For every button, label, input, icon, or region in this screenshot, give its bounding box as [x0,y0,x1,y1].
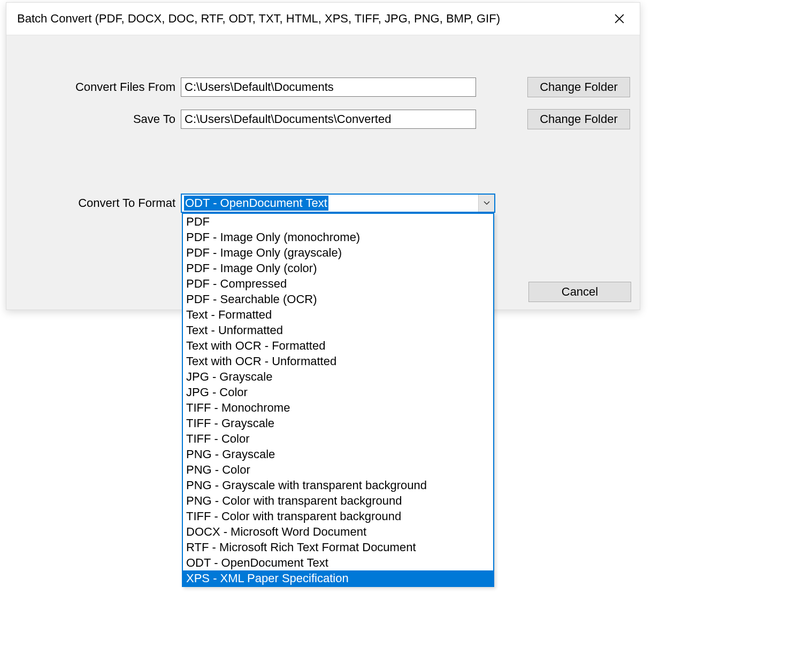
label-save-to: Save To [6,112,181,126]
close-button[interactable] [608,7,631,30]
label-convert-from: Convert Files From [6,80,181,94]
dialog-title: Batch Convert (PDF, DOCX, DOC, RTF, ODT,… [17,12,500,26]
change-folder-saveto-button[interactable]: Change Folder [527,109,630,129]
format-option[interactable]: Text with OCR - Unformatted [183,353,493,369]
section-gap [6,141,640,194]
row-save-to: Save To Change Folder [6,109,640,129]
format-option[interactable]: PNG - Color [183,462,493,477]
format-option[interactable]: RTF - Microsoft Rich Text Format Documen… [183,539,493,555]
format-option[interactable]: JPG - Grayscale [183,369,493,384]
format-option[interactable]: TIFF - Color [183,431,493,446]
format-combo-arrow[interactable] [478,195,494,212]
chevron-down-icon [484,201,490,205]
format-option[interactable]: Text - Unformatted [183,322,493,338]
format-dropdown-list[interactable]: PDFPDF - Image Only (monochrome)PDF - Im… [182,213,494,587]
format-option[interactable]: PNG - Color with transparent background [183,493,493,508]
format-combobox[interactable]: ODT - OpenDocument Text [181,194,495,213]
close-icon [615,14,624,24]
dialog-footer: Cancel [528,282,631,302]
format-option[interactable]: PDF - Image Only (monochrome) [183,229,493,245]
format-option[interactable]: PDF - Compressed [183,276,493,291]
dialog-body: Convert Files From Change Folder Save To… [6,35,640,310]
label-convert-format: Convert To Format [6,196,181,210]
format-option[interactable]: TIFF - Monochrome [183,400,493,415]
format-combo-wrap: ODT - OpenDocument Text PDFPDF - Image O… [181,194,495,213]
format-option[interactable]: Text - Formatted [183,307,493,322]
batch-convert-dialog: Batch Convert (PDF, DOCX, DOC, RTF, ODT,… [6,2,640,310]
format-option[interactable]: JPG - Color [183,384,493,400]
input-convert-from[interactable] [181,78,476,97]
titlebar: Batch Convert (PDF, DOCX, DOC, RTF, ODT,… [6,3,640,35]
format-combo-value: ODT - OpenDocument Text [184,196,328,211]
format-option[interactable]: Text with OCR - Formatted [183,338,493,353]
cancel-button[interactable]: Cancel [528,282,631,302]
format-option[interactable]: ODT - OpenDocument Text [183,555,493,570]
row-convert-format: Convert To Format ODT - OpenDocument Tex… [6,194,640,213]
format-option[interactable]: PNG - Grayscale [183,446,493,462]
format-option[interactable]: TIFF - Color with transparent background [183,508,493,524]
input-save-to[interactable] [181,110,476,129]
format-option[interactable]: PNG - Grayscale with transparent backgro… [183,477,493,493]
format-option[interactable]: PDF - Image Only (color) [183,260,493,276]
format-option[interactable]: XPS - XML Paper Specification [183,570,493,586]
row-convert-from: Convert Files From Change Folder [6,77,640,97]
change-folder-from-button[interactable]: Change Folder [527,77,630,97]
format-option[interactable]: PDF - Searchable (OCR) [183,291,493,307]
format-option[interactable]: TIFF - Grayscale [183,415,493,431]
format-option[interactable]: DOCX - Microsoft Word Document [183,524,493,539]
format-option[interactable]: PDF [183,214,493,229]
format-combo-selected: ODT - OpenDocument Text [182,195,478,212]
format-option[interactable]: PDF - Image Only (grayscale) [183,245,493,260]
